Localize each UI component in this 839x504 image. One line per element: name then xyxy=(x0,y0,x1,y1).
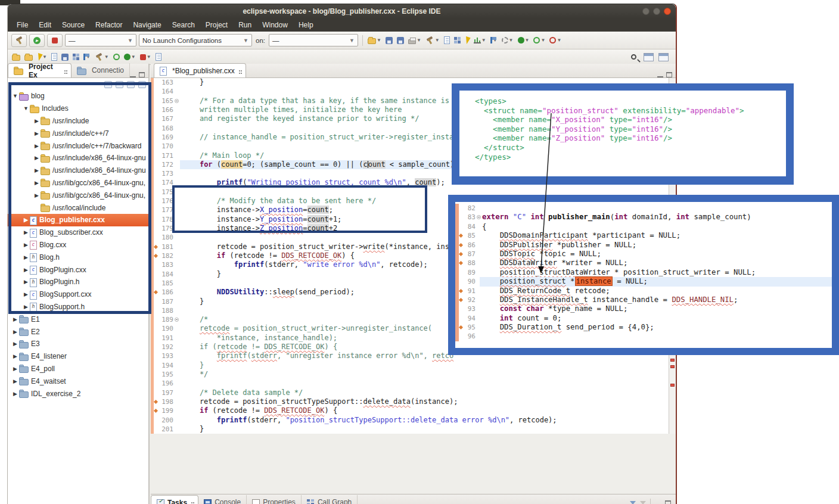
save-all-icon[interactable] xyxy=(396,35,405,46)
profile-last-icon[interactable]: ▼ xyxy=(549,35,562,46)
launch-target-combo[interactable]: —▼ xyxy=(269,34,358,46)
error-marker-icon[interactable] xyxy=(670,359,675,362)
new-folder-icon[interactable] xyxy=(24,51,33,63)
minimize-editor-icon[interactable] xyxy=(657,72,663,77)
build-config-combo[interactable]: —▼ xyxy=(65,34,136,46)
line-number: 199 xyxy=(159,406,173,415)
tree-expand-icon[interactable]: ▶ xyxy=(11,341,19,347)
save-icon[interactable] xyxy=(385,35,393,46)
debug-last-icon[interactable]: ▼ xyxy=(533,35,546,46)
launch-config-combo[interactable]: No Launch Configurations▼ xyxy=(139,34,252,46)
error-marker-icon[interactable] xyxy=(670,384,675,387)
maximize-window-icon[interactable] xyxy=(653,8,660,15)
code-line-199[interactable]: 199 if (retcode != DDS_RETCODE_OK) { xyxy=(151,406,669,415)
bottom-tab-call-graph[interactable]: Call Graph xyxy=(302,495,358,504)
tree-expand-icon[interactable]: ▶ xyxy=(11,391,19,397)
filter-icon[interactable] xyxy=(630,501,636,504)
external-tools-icon[interactable]: ▼ xyxy=(501,35,514,46)
sidebar-tab-project-ex[interactable]: Project Ex xyxy=(8,63,72,77)
menu-file[interactable]: File xyxy=(11,20,33,30)
chevron-down-icon: ▼ xyxy=(540,38,545,43)
editor-tab-blog-publisher[interactable]: *Blog_publisher.cxx xyxy=(154,63,246,77)
bottom-tab-tasks[interactable]: Tasks xyxy=(151,495,198,504)
chevron-down-icon: ▼ xyxy=(481,38,486,43)
xml-line-4: <member name="Y_position" type="int16"/> xyxy=(475,125,784,134)
build-all-icon[interactable]: ▼ xyxy=(425,35,440,46)
callout-rect-project-tree xyxy=(8,82,151,314)
tree-item-e4-poll[interactable]: ▶E4_poll xyxy=(8,363,148,375)
tree-item-e4-listener[interactable]: ▶E4_listener xyxy=(8,350,148,363)
search-icon-small[interactable]: ▼ xyxy=(36,51,48,63)
forward-icon[interactable]: ▼ xyxy=(123,51,136,63)
code-line-196[interactable]: 196 xyxy=(151,379,669,388)
run-last-icon[interactable]: ▼ xyxy=(517,35,530,46)
menu-edit[interactable]: Edit xyxy=(33,20,57,30)
code-line-194[interactable]: 194 } xyxy=(151,361,669,370)
new-source-file-icon[interactable] xyxy=(443,35,450,46)
filter-dim-icon[interactable] xyxy=(640,501,646,504)
code-line-195[interactable]: 195 */ xyxy=(151,370,669,379)
print-icon[interactable]: ▼ xyxy=(408,35,422,46)
search-actions-icon[interactable] xyxy=(464,35,470,46)
perspective-cpp-icon[interactable] xyxy=(644,53,654,61)
open-element-icon[interactable] xyxy=(51,51,58,63)
code-line-201[interactable]: 201 } xyxy=(151,425,669,434)
menu-navigate[interactable]: Navigate xyxy=(128,20,166,30)
titlebar[interactable]: eclipse-workspace - blog/Blog_publisher.… xyxy=(8,4,676,18)
tab-dots-icon xyxy=(64,70,66,71)
bottom-tab-console[interactable]: Console xyxy=(198,495,247,504)
maximize-view-icon[interactable] xyxy=(139,72,145,77)
menu-help[interactable]: Help xyxy=(293,20,319,30)
perspective-other-icon[interactable] xyxy=(658,53,669,61)
next-annotation-icon[interactable] xyxy=(72,51,80,63)
menu-run[interactable]: Run xyxy=(233,20,257,30)
menu-project[interactable]: Project xyxy=(200,20,233,30)
tree-item-e1[interactable]: ▶E1 xyxy=(8,313,148,325)
open-type-icon[interactable] xyxy=(155,51,162,63)
tree-item-e3[interactable]: ▶E3 xyxy=(8,338,148,350)
error-marker-icon[interactable] xyxy=(670,365,675,368)
change-marker-icon xyxy=(459,298,463,302)
tree-item-label: E1 xyxy=(31,315,40,323)
build-button[interactable] xyxy=(11,34,27,47)
bottom-tab-properties[interactable]: Properties xyxy=(247,495,302,504)
code-line-200[interactable]: 200 fprintf(stderr, "position_structType… xyxy=(151,416,669,425)
search-icon[interactable] xyxy=(631,54,636,60)
back-icon[interactable] xyxy=(113,51,120,63)
prev-annotation-icon[interactable]: ▼ xyxy=(83,51,91,63)
tree-expand-icon[interactable]: ▶ xyxy=(11,353,19,359)
tree-item-e4-waitset[interactable]: ▶E4_waitset xyxy=(8,375,148,387)
last-tool-icon[interactable]: ▼ xyxy=(490,35,498,46)
close-window-icon[interactable] xyxy=(664,8,671,15)
code-line-96: 96 xyxy=(455,332,832,341)
tree-item-e2[interactable]: ▶E2 xyxy=(8,325,148,338)
minimize-view-icon[interactable] xyxy=(130,72,136,77)
projc-icon xyxy=(19,328,28,335)
menu-window[interactable]: Window xyxy=(257,20,293,30)
maximize-editor-icon[interactable] xyxy=(666,72,672,77)
new-cpp-project-icon[interactable] xyxy=(11,51,21,63)
tree-expand-icon[interactable]: ▶ xyxy=(11,366,19,372)
on-label: on: xyxy=(256,37,265,44)
menu-refactor[interactable]: Refactor xyxy=(90,20,128,30)
toggle-mark-icon[interactable] xyxy=(61,51,69,63)
sidebar-tab-connectio[interactable]: Connectio xyxy=(72,63,130,77)
build-working-set-icon[interactable]: ▼ xyxy=(94,51,110,63)
tree-expand-icon[interactable]: ▶ xyxy=(11,378,19,384)
pin-editor-icon[interactable]: ▼ xyxy=(139,51,152,63)
tree-item-idl-exercise-2[interactable]: ▶IDL_exercise_2 xyxy=(8,387,148,400)
minimize-window-icon[interactable] xyxy=(642,8,650,15)
stop-button[interactable] xyxy=(47,34,63,47)
console-display-icon[interactable] xyxy=(453,35,461,46)
menu-source[interactable]: Source xyxy=(57,20,90,30)
new-wizard-icon[interactable]: ▼ xyxy=(367,35,382,46)
menu-search[interactable]: Search xyxy=(167,20,200,30)
code-line-197[interactable]: 197 /* Delete data sample */ xyxy=(151,388,669,397)
tree-expand-icon[interactable]: ▶ xyxy=(11,316,19,322)
tree-expand-icon[interactable]: ▶ xyxy=(11,329,19,335)
code-line-198[interactable]: 198 retcode = position_structTypeSupport… xyxy=(151,397,669,406)
minimize-panel-icon[interactable] xyxy=(655,500,661,504)
run-button[interactable]: ▶ xyxy=(29,34,45,47)
maximize-panel-icon[interactable] xyxy=(665,500,671,504)
coverage-icon[interactable]: ▼ xyxy=(473,35,487,46)
